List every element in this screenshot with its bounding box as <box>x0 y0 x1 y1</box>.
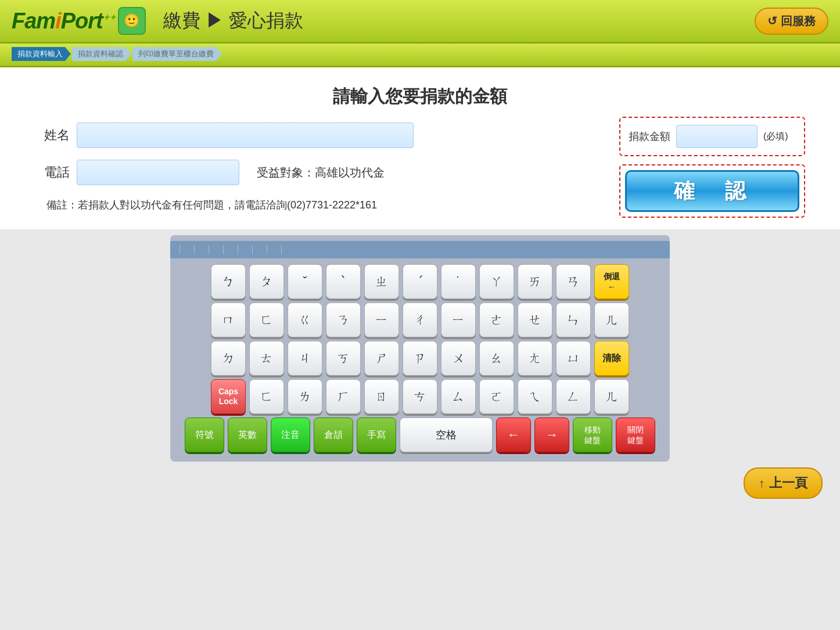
donation-input[interactable] <box>676 125 758 148</box>
breadcrumb-item-1: 捐款資料輸入 <box>12 47 71 61</box>
key-arrow-left[interactable]: ← <box>496 417 531 452</box>
key-alpha[interactable]: 英數 <box>228 417 267 452</box>
key-space[interactable]: 空格 <box>400 417 493 452</box>
phone-input[interactable] <box>77 160 239 185</box>
phone-row: 電話 受益對象：高雄以功代金 <box>35 160 608 185</box>
key-tone2[interactable]: ˊ <box>403 264 437 299</box>
key-cangjie[interactable]: 倉頡 <box>314 417 353 452</box>
tick-4 <box>223 245 224 254</box>
key-handwrite[interactable]: 手寫 <box>357 417 396 452</box>
donation-amount-label: 捐款金額 <box>629 129 670 143</box>
main-content: 請輸入您要捐款的金額 姓名 電話 受益對象：高雄以功代金 備註：若捐款人對以功代… <box>0 67 840 229</box>
key-u[interactable]: ㄨ <box>441 341 476 376</box>
key-sh[interactable]: ㄕ <box>364 341 399 376</box>
key-i[interactable]: ㄧ <box>364 303 399 337</box>
key-close-keyboard[interactable]: 關閉鍵盤 <box>616 417 655 452</box>
page-main-title: 請輸入您要捐款的金額 <box>23 85 817 109</box>
key-t[interactable]: ㄊ <box>249 341 284 376</box>
tick-5 <box>238 245 238 254</box>
key-rows: ㄅ ㄆ ˇ ˋ ㄓ ˊ ˙ ㄚ ㄞ ㄢ 倒退← ㄇ ㄈ ㄍ ㄋ ㄧ ㄔ ㄧ <box>180 264 660 452</box>
key-arrow-right[interactable]: → <box>534 417 569 452</box>
keyboard-wrapper: ㄅ ㄆ ˇ ˋ ㄓ ˊ ˙ ㄚ ㄞ ㄢ 倒退← ㄇ ㄈ ㄍ ㄋ ㄧ ㄔ ㄧ <box>0 229 840 462</box>
confirm-box: 確 認 <box>619 164 805 218</box>
key-bopomofo[interactable]: 注音 <box>271 417 310 452</box>
tick-8 <box>281 245 282 254</box>
breadcrumb-item-2: 捐款資料確認 <box>72 47 131 61</box>
key-ai[interactable]: ㄞ <box>518 264 552 299</box>
key-er[interactable]: ㄦ <box>594 303 629 337</box>
key-z[interactable]: ㄗ <box>403 341 437 376</box>
key-zh[interactable]: ㄓ <box>364 264 399 299</box>
key-d[interactable]: ㄉ <box>211 341 246 376</box>
key-h[interactable]: ㄏ <box>326 379 361 414</box>
tick-3 <box>209 245 209 254</box>
name-input[interactable] <box>77 123 414 148</box>
key-row-1: ㄅ ㄆ ˇ ˋ ㄓ ˊ ˙ ㄚ ㄞ ㄢ 倒退← <box>180 264 660 299</box>
key-l2[interactable]: ㄦ <box>594 379 629 414</box>
key-tone5[interactable]: ˙ <box>441 264 476 299</box>
header: FamiPort✦✦ 🙂 繳費 ▶ 愛心捐款 ↺ 回服務 <box>0 0 840 44</box>
key-b[interactable]: ㄅ <box>211 264 246 299</box>
tick-7 <box>267 245 267 254</box>
key-ch[interactable]: ㄔ <box>403 303 437 337</box>
key-k[interactable]: ㄎ <box>326 341 361 376</box>
confirm-button[interactable]: 確 認 <box>625 170 799 212</box>
key-ao[interactable]: ㄠ <box>479 341 514 376</box>
form-right: 捐款金額 (必填) 確 認 <box>619 117 805 218</box>
prev-button[interactable]: ↑ 上一頁 <box>744 467 823 499</box>
key-p[interactable]: ㄆ <box>249 264 284 299</box>
required-label: (必填) <box>763 131 788 143</box>
key-row-3: ㄉ ㄊ ㄐ ㄎ ㄕ ㄗ ㄨ ㄠ ㄤ ㄩ 清除 <box>180 341 660 376</box>
key-f[interactable]: ㄈ <box>249 303 284 337</box>
name-row: 姓名 <box>35 123 608 148</box>
arrow-up-icon: ↑ <box>759 477 764 490</box>
key-o[interactable]: ㄛ <box>479 379 514 414</box>
key-e[interactable]: ㄜ <box>479 303 514 337</box>
key-eng[interactable]: ㄥ <box>556 379 591 414</box>
key-c[interactable]: ㄈ <box>249 379 284 414</box>
key-g[interactable]: ㄍ <box>288 303 322 337</box>
key-dash[interactable]: ㄧ <box>441 303 476 337</box>
key-a[interactable]: ㄚ <box>479 264 514 299</box>
key-v[interactable]: ㄩ <box>556 341 591 376</box>
key-n[interactable]: ㄋ <box>326 303 361 337</box>
phone-label: 電話 <box>35 164 70 181</box>
key-eh[interactable]: ㄝ <box>518 303 552 337</box>
key-l[interactable]: ㄌ <box>288 379 322 414</box>
key-symbols[interactable]: 符號 <box>185 417 224 452</box>
key-an[interactable]: ㄢ <box>556 264 591 299</box>
back-button[interactable]: ↺ 回服務 <box>755 8 828 35</box>
key-backspace[interactable]: 倒退← <box>594 264 629 299</box>
donation-box: 捐款金額 (必填) <box>619 117 805 156</box>
key-ang[interactable]: ㄤ <box>518 341 552 376</box>
note-text: 備註：若捐款人對以功代金有任何問題，請電話洽詢(02)7731-2222*161 <box>46 197 608 214</box>
breadcrumb: 捐款資料輸入 捐款資料確認 列印繳費單至櫃台繳費 <box>0 44 840 67</box>
key-r[interactable]: ㄖ <box>364 379 399 414</box>
logo-icon: 🙂 <box>118 7 146 35</box>
caps-lock-key[interactable]: CapsLock <box>211 379 246 414</box>
key-tone3[interactable]: ˇ <box>288 264 322 299</box>
logo-text: FamiPort✦✦ <box>12 9 116 34</box>
key-m[interactable]: ㄇ <box>211 303 246 337</box>
key-move-keyboard[interactable]: 移動鍵盤 <box>573 417 612 452</box>
breadcrumb-item-3: 列印繳費單至櫃台繳費 <box>132 47 222 61</box>
key-ei[interactable]: ㄟ <box>518 379 552 414</box>
page-title-header: 繳費 ▶ 愛心捐款 <box>163 8 304 34</box>
form-left: 姓名 電話 受益對象：高雄以功代金 備註：若捐款人對以功代金有任何問題，請電話洽… <box>35 123 608 214</box>
key-ts[interactable]: ㄘ <box>403 379 437 414</box>
key-clear[interactable]: 清除 <box>594 341 629 376</box>
key-row-2: ㄇ ㄈ ㄍ ㄋ ㄧ ㄔ ㄧ ㄜ ㄝ ㄣ ㄦ <box>180 303 660 337</box>
keyboard-top-bar <box>170 241 670 258</box>
name-label: 姓名 <box>35 127 70 144</box>
prev-button-label: 上一頁 <box>769 474 807 492</box>
tick-2 <box>194 245 195 254</box>
beneficiary-label: 受益對象：高雄以功代金 <box>257 165 385 181</box>
key-row-bottom: 符號 英數 注音 倉頡 手寫 空格 ← → 移動鍵盤 關閉鍵盤 <box>180 417 660 452</box>
tick-6 <box>252 245 253 254</box>
key-j[interactable]: ㄐ <box>288 341 322 376</box>
key-en[interactable]: ㄣ <box>556 303 591 337</box>
tick-1 <box>180 245 180 254</box>
key-s[interactable]: ㄙ <box>441 379 476 414</box>
keyboard-container: ㄅ ㄆ ˇ ˋ ㄓ ˊ ˙ ㄚ ㄞ ㄢ 倒退← ㄇ ㄈ ㄍ ㄋ ㄧ ㄔ ㄧ <box>170 235 670 462</box>
key-tone4[interactable]: ˋ <box>326 264 361 299</box>
